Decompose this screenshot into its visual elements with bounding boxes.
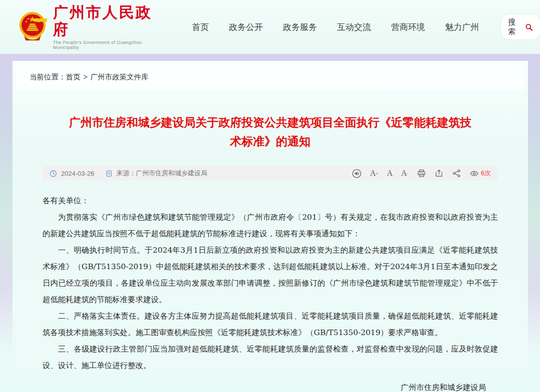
font-increase-button[interactable]: A+ — [370, 169, 378, 177]
search-button[interactable]: 搜索 — [501, 14, 540, 39]
search-button-label: 搜索 — [508, 17, 522, 36]
nav-item-gov-services[interactable]: 政务服务 — [283, 21, 317, 33]
site-name: 广州市人民政府 — [53, 4, 161, 38]
view-count: 6次 — [470, 169, 491, 178]
clock-icon — [50, 170, 57, 177]
article-signature: 广州市住房和城乡建设局 2024年3月25日 — [401, 380, 486, 392]
article-meta-bar: 2024-03-26 来源：广州市住房和城乡建设局 A+ A A- — [42, 166, 498, 181]
article-paragraph: 二、严格落实主体责任。建设各方主体应努力提高超低能耗建筑项目、近零能耗建筑项目质… — [42, 308, 498, 341]
breadcrumb: 当前位置： 首页 > 广州市政策文件库 — [16, 64, 524, 90]
nav-item-interaction[interactable]: 互动交流 — [337, 21, 371, 33]
article-paragraph: 一、明确执行时间节点。于2024年3月1日后新立项的政府投资和以政府投资为主的新… — [42, 242, 498, 308]
article-title: 广州市住房和城乡建设局关于政府投资公共建筑项目全面执行《近零能耗建筑技术标准》的… — [68, 113, 473, 151]
breadcrumb-separator: > — [84, 73, 88, 81]
nav-item-business-env[interactable]: 营商环境 — [391, 21, 425, 33]
font-decrease-button[interactable]: A- — [401, 169, 408, 177]
article-meta-left: 2024-03-26 来源：广州市住房和城乡建设局 — [50, 169, 208, 178]
site-logo[interactable]: 广州市人民政府 The People's Government of Guang… — [18, 4, 161, 50]
site-subtitle: The People's Government of Guangzhou Mun… — [53, 40, 161, 50]
article-paragraph: 三、各级建设行政主管部门应当加强对超低能耗建筑、近零能耗建筑质量的监督检查，对监… — [42, 341, 498, 374]
speaker-icon — [352, 169, 362, 178]
article-salutation: 各有关单位： — [42, 193, 498, 209]
site-header: 广州市人民政府 The People's Government of Guang… — [0, 0, 540, 54]
printer-icon — [417, 169, 426, 178]
read-aloud-button[interactable] — [352, 169, 362, 178]
view-count-value: 6次 — [481, 169, 491, 178]
article-body: 各有关单位： 为贯彻落实《广州市绿色建筑和建筑节能管理规定》（广州市政府令〔20… — [42, 193, 498, 374]
share-button[interactable] — [452, 169, 461, 178]
breadcrumb-current[interactable]: 广州市政策文件库 — [90, 72, 148, 82]
eye-icon — [470, 169, 479, 178]
national-emblem-icon — [18, 10, 47, 43]
article-source: 来源：广州市住房和城乡建设局 — [116, 169, 208, 178]
print-button[interactable] — [417, 169, 426, 178]
font-normal-button[interactable]: A — [387, 169, 393, 177]
article-toolbar: A+ A A- — [352, 169, 491, 178]
export-box-icon — [434, 169, 444, 178]
breadcrumb-home-link[interactable]: 首页 — [66, 72, 80, 82]
content-panel: 当前位置： 首页 > 广州市政策文件库 广州市住房和城乡建设局关于政府投资公共建… — [12, 61, 528, 372]
main-nav: 首页 政务公开 政务服务 互动交流 营商环境 魅力广州 — [192, 21, 479, 33]
breadcrumb-prefix: 当前位置： — [30, 72, 66, 82]
document-icon — [106, 170, 112, 177]
nav-item-charm-guangzhou[interactable]: 魅力广州 — [445, 21, 479, 33]
article-paragraph: 为贯彻落实《广州市绿色建筑和建筑节能管理规定》（广州市政府令〔201〕号）有关规… — [42, 209, 498, 242]
nav-item-gov-info[interactable]: 政务公开 — [229, 21, 263, 33]
signature-agency: 广州市住房和城乡建设局 — [401, 380, 486, 392]
nav-item-home[interactable]: 首页 — [192, 21, 209, 33]
search-icon — [525, 23, 533, 31]
publish-date: 2024-03-26 — [61, 170, 94, 177]
share-icon — [452, 169, 461, 178]
export-button[interactable] — [434, 169, 444, 178]
